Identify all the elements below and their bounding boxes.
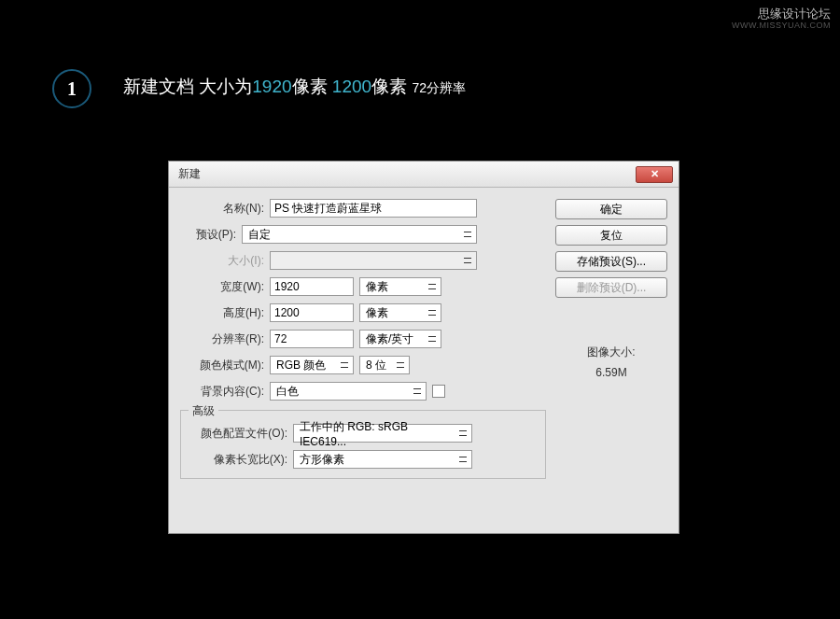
label-background: 背景内容(C): xyxy=(180,384,264,400)
label-size: 大小(I): xyxy=(180,253,264,269)
new-document-dialog: 新建 ✕ 名称(N): 预设(P): 自定 大小(I): 宽度(W): 像素 xyxy=(168,161,679,534)
step-number-badge: 1 xyxy=(52,69,91,108)
instruction-width-val: 1920 xyxy=(252,77,291,96)
label-preset: 预设(P): xyxy=(152,227,236,243)
form-left-column: 名称(N): 预设(P): 自定 大小(I): 宽度(W): 像素 高度(H):… xyxy=(180,199,546,479)
instruction-width-unit: 像素 xyxy=(292,77,328,96)
resolution-input[interactable] xyxy=(270,330,354,348)
dialog-title: 新建 xyxy=(178,166,201,182)
height-input[interactable] xyxy=(270,303,354,322)
label-color-profile: 颜色配置文件(O): xyxy=(190,426,287,442)
row-name: 名称(N): xyxy=(180,199,546,218)
background-checkbox[interactable] xyxy=(432,385,445,398)
width-input[interactable] xyxy=(270,277,354,296)
form-right-column: 确定 复位 存储预设(S)... 删除预设(D)... 图像大小: 6.59M xyxy=(555,199,667,479)
instruction-height-unit: 像素 xyxy=(371,77,407,96)
advanced-fieldset: 高级 颜色配置文件(O): 工作中的 RGB: sRGB IEC619... 像… xyxy=(180,410,546,479)
image-size-value: 6.59M xyxy=(555,363,667,384)
instruction-prefix: 新建文档 大小为 xyxy=(123,77,252,96)
label-resolution: 分辨率(R): xyxy=(180,331,264,347)
label-pixel-aspect: 像素长宽比(X): xyxy=(190,452,287,468)
save-preset-button[interactable]: 存储预设(S)... xyxy=(555,251,667,272)
instruction-text: 新建文档 大小为1920像素 1200像素 72分辨率 xyxy=(123,75,466,99)
reset-button[interactable]: 复位 xyxy=(555,225,667,246)
label-name: 名称(N): xyxy=(180,201,264,217)
ok-button[interactable]: 确定 xyxy=(555,199,667,219)
row-width: 宽度(W): 像素 xyxy=(180,277,546,296)
row-size: 大小(I): xyxy=(180,251,546,270)
width-unit-select[interactable]: 像素 xyxy=(359,277,441,296)
label-color-mode: 颜色模式(M): xyxy=(180,358,264,373)
row-background: 背景内容(C): 白色 xyxy=(180,382,546,401)
image-size-info: 图像大小: 6.59M xyxy=(555,343,667,383)
color-profile-select[interactable]: 工作中的 RGB: sRGB IEC619... xyxy=(293,424,472,443)
row-pixel-aspect: 像素长宽比(X): 方形像素 xyxy=(190,450,536,469)
resolution-unit-select[interactable]: 像素/英寸 xyxy=(359,330,441,348)
dialog-titlebar: 新建 ✕ xyxy=(169,162,679,188)
instruction-resolution: 72分辨率 xyxy=(412,80,466,95)
delete-preset-button: 删除预设(D)... xyxy=(555,277,667,298)
row-resolution: 分辨率(R): 像素/英寸 xyxy=(180,330,546,348)
background-select[interactable]: 白色 xyxy=(270,382,427,401)
advanced-legend: 高级 xyxy=(189,403,218,419)
size-select xyxy=(270,251,477,270)
color-mode-select[interactable]: RGB 颜色 xyxy=(270,356,354,374)
dialog-body: 名称(N): 预设(P): 自定 大小(I): 宽度(W): 像素 高度(H):… xyxy=(169,188,679,490)
row-color-profile: 颜色配置文件(O): 工作中的 RGB: sRGB IEC619... xyxy=(190,424,536,443)
watermark-en: WWW.MISSYUAN.COM xyxy=(732,21,831,30)
preset-select[interactable]: 自定 xyxy=(242,225,477,244)
row-height: 高度(H): 像素 xyxy=(180,303,546,322)
name-input[interactable] xyxy=(270,199,477,218)
height-unit-select[interactable]: 像素 xyxy=(359,303,441,322)
label-height: 高度(H): xyxy=(180,305,264,321)
label-width: 宽度(W): xyxy=(180,279,264,295)
row-color-mode: 颜色模式(M): RGB 颜色 8 位 xyxy=(180,356,546,374)
image-size-label: 图像大小: xyxy=(555,343,667,363)
color-depth-select[interactable]: 8 位 xyxy=(359,356,410,374)
close-button[interactable]: ✕ xyxy=(636,166,673,183)
instruction-height-val: 1200 xyxy=(332,77,371,96)
row-preset: 预设(P): 自定 xyxy=(152,225,546,244)
pixel-aspect-select[interactable]: 方形像素 xyxy=(293,450,472,469)
